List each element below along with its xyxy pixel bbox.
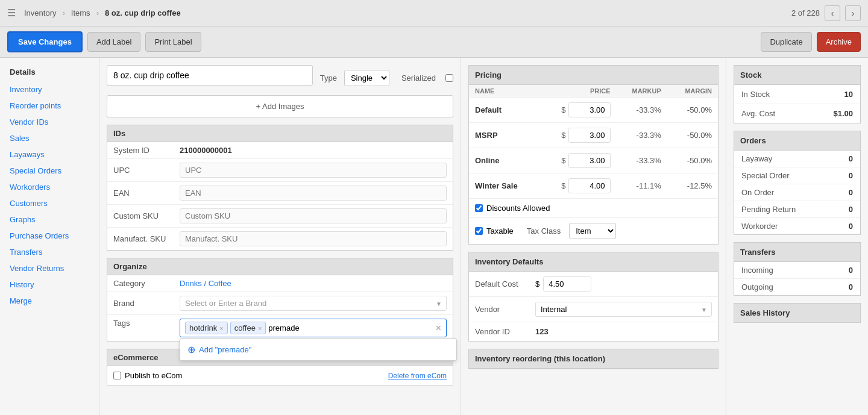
- manufact-sku-input[interactable]: [180, 231, 447, 246]
- pricing-col-headers: NAME PRICE MARKUP MARGIN: [469, 85, 718, 98]
- vendor-row: Vendor Internal ▼: [469, 297, 718, 322]
- incoming-value: 0: [849, 266, 853, 275]
- price-input-msrp[interactable]: [568, 128, 611, 143]
- breadcrumb-inventory[interactable]: Inventory: [24, 8, 56, 17]
- prev-arrow[interactable]: ‹: [825, 5, 840, 21]
- taxable-row: Taxable Tax Class Item None Food Service: [469, 218, 718, 244]
- price-name-winter-sale: Winter Sale: [475, 181, 542, 190]
- default-cost-dollar: $: [535, 279, 539, 289]
- price-value-online: $: [542, 153, 610, 168]
- main-layout: Details Inventory Reorder points Vendor …: [0, 58, 868, 415]
- custom-sku-input[interactable]: [180, 208, 447, 223]
- add-label-button[interactable]: Add Label: [87, 32, 141, 52]
- pagination-area: 2 of 228 ‹ ›: [791, 5, 861, 21]
- breadcrumb-sep-1: ›: [62, 8, 64, 17]
- orders-section: Orders Layaway 0 Special Order 0 On Orde…: [734, 131, 861, 235]
- upc-row: UPC: [107, 159, 453, 182]
- avg-cost-label: Avg. Cost: [741, 109, 775, 118]
- workorder-row: Workorder 0: [734, 218, 860, 234]
- tag-input[interactable]: [268, 323, 370, 332]
- vendor-id-row: Vendor ID 123: [469, 322, 718, 341]
- discounts-checkbox[interactable]: [475, 204, 483, 212]
- serialized-checkbox[interactable]: [445, 74, 453, 82]
- sidebar-item-vendor-returns[interactable]: Vendor Returns: [0, 260, 99, 276]
- price-margin-msrp: -50.0%: [661, 131, 712, 140]
- tag-suggestion-dropdown[interactable]: ⊕ Add "premade": [180, 339, 457, 361]
- sidebar-item-sales[interactable]: Sales: [0, 130, 99, 146]
- ecommerce-section: Publish to eCom Delete from eCom: [107, 366, 453, 385]
- breadcrumb-items[interactable]: Items: [71, 8, 90, 17]
- manufact-sku-label: Manufact. SKU: [113, 234, 180, 243]
- delete-from-ecom-link[interactable]: Delete from eCom: [388, 372, 447, 380]
- breadcrumb-area: ☰ Inventory › Items › 8 oz. cup drip cof…: [7, 7, 791, 19]
- inventory-defaults-section: Inventory Defaults Default Cost $ Vendor…: [468, 252, 719, 342]
- price-name-online: Online: [475, 156, 542, 165]
- price-markup-msrp: -33.3%: [611, 131, 661, 140]
- ean-input[interactable]: [180, 186, 447, 201]
- sidebar-item-workorders[interactable]: Workorders: [0, 179, 99, 195]
- hamburger-icon[interactable]: ☰: [7, 7, 16, 19]
- sidebar-item-customers[interactable]: Customers: [0, 195, 99, 211]
- tag-hotdrink-remove[interactable]: ×: [219, 325, 223, 332]
- price-input-winter-sale[interactable]: [568, 178, 611, 193]
- sidebar-item-special-orders[interactable]: Special Orders: [0, 163, 99, 179]
- avg-cost-row: Avg. Cost $1.00: [734, 104, 860, 123]
- price-row-winter-sale: Winter Sale $ -11.1% -12.5%: [469, 173, 718, 199]
- in-stock-label: In Stock: [741, 90, 770, 99]
- sidebar-item-history[interactable]: History: [0, 276, 99, 293]
- vendor-select[interactable]: Internal: [535, 302, 712, 317]
- sidebar-item-graphs[interactable]: Graphs: [0, 211, 99, 228]
- upc-input[interactable]: [180, 163, 447, 178]
- type-select[interactable]: Single Bundle Kit: [344, 70, 389, 86]
- taxable-checkbox[interactable]: [475, 227, 483, 235]
- tags-clear-icon[interactable]: ×: [436, 323, 441, 334]
- publish-checkbox[interactable]: [113, 372, 121, 379]
- tag-coffee-remove[interactable]: ×: [258, 325, 262, 332]
- sidebar-item-transfers[interactable]: Transfers: [0, 244, 99, 260]
- duplicate-button[interactable]: Duplicate: [761, 32, 811, 52]
- middle-panel: Pricing NAME PRICE MARKUP MARGIN Default…: [461, 58, 726, 415]
- ids-section-header: IDs: [107, 125, 453, 142]
- default-cost-input[interactable]: [543, 276, 591, 292]
- tax-class-select[interactable]: Item None Food Service: [569, 223, 616, 239]
- pagination-text: 2 of 228: [791, 8, 820, 17]
- discounts-row: Discounts Allowed: [469, 199, 718, 218]
- print-label-button[interactable]: Print Label: [145, 32, 201, 52]
- tags-label: Tags: [113, 319, 180, 328]
- price-input-default[interactable]: [568, 102, 611, 117]
- tag-coffee-label: coffee: [234, 323, 256, 332]
- sidebar-item-reorder-points[interactable]: Reorder points: [0, 98, 99, 114]
- item-name-input[interactable]: [107, 65, 313, 86]
- price-input-online[interactable]: [568, 153, 611, 168]
- sidebar-section-title: Details: [0, 65, 99, 81]
- pending-return-label: Pending Return: [741, 205, 796, 214]
- add-images-button[interactable]: + Add Images: [107, 95, 453, 117]
- sidebar-item-inventory[interactable]: Inventory: [0, 81, 99, 98]
- pricing-header: Pricing: [469, 66, 718, 85]
- save-changes-button[interactable]: Save Changes: [7, 31, 83, 52]
- price-row-online: Online $ -33.3% -50.0%: [469, 148, 718, 173]
- upc-label: UPC: [113, 166, 180, 175]
- pricing-section: Pricing NAME PRICE MARKUP MARGIN Default…: [468, 65, 719, 245]
- brand-select[interactable]: Select or Enter a Brand: [180, 296, 447, 311]
- tag-suggestion-text[interactable]: Add "premade": [199, 345, 251, 354]
- sidebar-item-layaways[interactable]: Layaways: [0, 146, 99, 163]
- incoming-label: Incoming: [741, 266, 773, 275]
- brand-row: Brand Select or Enter a Brand ▼: [107, 292, 453, 315]
- sidebar-item-merge[interactable]: Merge: [0, 293, 99, 309]
- sidebar-item-vendor-ids[interactable]: Vendor IDs: [0, 114, 99, 130]
- on-order-label: On Order: [741, 188, 774, 197]
- category-link[interactable]: Drinks / Coffee: [180, 279, 231, 288]
- sidebar-item-purchase-orders[interactable]: Purchase Orders: [0, 228, 99, 244]
- item-name-wrapper: [107, 65, 313, 90]
- orders-header: Orders: [734, 131, 860, 151]
- archive-button[interactable]: Archive: [817, 32, 861, 52]
- tags-input-wrapper[interactable]: hotdrink × coffee × ×: [180, 319, 447, 337]
- stock-section: Stock In Stock 10 Avg. Cost $1.00: [734, 65, 861, 123]
- price-value-msrp: $: [542, 128, 610, 143]
- breadcrumb-sep-2: ›: [96, 8, 99, 17]
- next-arrow[interactable]: ›: [845, 5, 861, 21]
- price-dollar-winter-sale: $: [561, 181, 565, 190]
- tag-coffee: coffee ×: [230, 322, 266, 334]
- default-cost-value: $: [535, 276, 712, 292]
